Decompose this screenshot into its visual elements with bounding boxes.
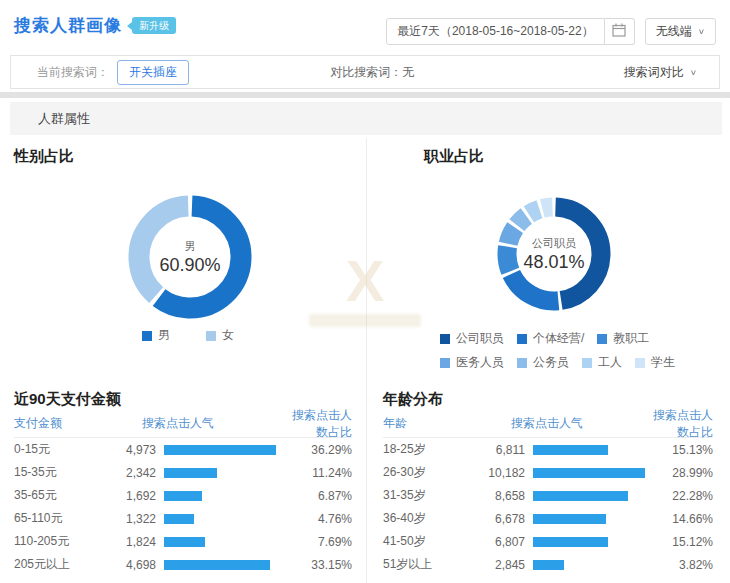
- channel-label: 无线端: [656, 23, 692, 40]
- watermark-x-glyph: X: [300, 252, 430, 310]
- row-value: 8,658: [475, 489, 525, 503]
- section-header: 人群属性: [10, 102, 722, 135]
- bar-track: [156, 560, 288, 570]
- bar-track: [156, 514, 288, 524]
- gender-donut-chart[interactable]: 男 60.90%: [115, 182, 265, 332]
- bar-track: [525, 514, 649, 524]
- separator-band: [0, 92, 730, 98]
- table-row: 26-30岁10,18228.99%: [383, 461, 713, 484]
- section-title: 人群属性: [10, 110, 90, 128]
- row-percent: 15.12%: [649, 535, 713, 549]
- payment-table-title: 近90天支付金额: [14, 390, 121, 409]
- bar-track: [156, 537, 288, 547]
- row-percent: 7.69%: [288, 535, 352, 549]
- calendar-button[interactable]: [605, 18, 635, 45]
- legend-swatch: [142, 331, 152, 341]
- occupation-legend: 公司职员个体经营/教职工医务人员公务员工人学生: [440, 330, 730, 378]
- legend-item-学生[interactable]: 学生: [635, 354, 675, 371]
- legend-item-公司职员[interactable]: 公司职员: [440, 330, 504, 347]
- occupation-donut-chart[interactable]: 公司职员 48.01%: [484, 184, 624, 324]
- row-label: 15-35元: [14, 464, 106, 481]
- value-bar: [164, 491, 202, 501]
- legend-item-个体经营/[interactable]: 个体经营/: [517, 330, 584, 347]
- current-keyword-button[interactable]: 开关插座: [117, 60, 189, 85]
- column-header: 年龄: [383, 415, 475, 432]
- legend-label: 医务人员: [456, 354, 504, 371]
- legend-label: 男: [158, 327, 170, 344]
- legend-item-公务员[interactable]: 公务员: [517, 354, 569, 371]
- table-row: 35-65元1,6926.87%: [14, 484, 352, 507]
- value-bar: [533, 491, 628, 501]
- table-row: 65-110元1,3224.76%: [14, 507, 352, 530]
- date-range-selector[interactable]: 最近7天（2018-05-16~2018-05-22）: [386, 18, 604, 45]
- row-percent: 11.24%: [288, 466, 352, 480]
- legend-item-医务人员[interactable]: 医务人员: [440, 354, 504, 371]
- row-percent: 4.76%: [288, 512, 352, 526]
- legend-label: 公务员: [533, 354, 569, 371]
- value-bar: [164, 537, 205, 547]
- legend-swatch: [635, 358, 645, 368]
- gender-chart-title: 性别占比: [14, 147, 74, 166]
- bar-track: [525, 468, 649, 478]
- page-title: 搜索人群画像: [14, 14, 122, 37]
- row-percent: 22.28%: [649, 489, 713, 503]
- legend-swatch: [206, 331, 216, 341]
- legend-label: 公司职员: [456, 330, 504, 347]
- row-value: 2,342: [106, 466, 156, 480]
- legend-swatch: [517, 358, 527, 368]
- row-value: 6,811: [475, 443, 525, 457]
- row-value: 2,845: [475, 558, 525, 572]
- new-version-badge: 新升级: [132, 17, 176, 34]
- column-header: 搜索点击人气: [475, 415, 643, 432]
- watermark-text-blur: [309, 314, 421, 327]
- bar-track: [525, 491, 649, 501]
- row-label: 0-15元: [14, 441, 106, 458]
- legend-item-工人[interactable]: 工人: [582, 354, 622, 371]
- table-row: 31-35岁8,65822.28%: [383, 484, 713, 507]
- row-value: 6,807: [475, 535, 525, 549]
- legend-swatch: [517, 334, 527, 344]
- table-header-row: 年龄搜索点击人气搜索点击人数占比: [383, 414, 713, 438]
- value-bar: [533, 445, 608, 455]
- gender-legend: 男女: [142, 327, 302, 344]
- legend-item-女[interactable]: 女: [206, 327, 234, 344]
- column-header: 支付金额: [14, 415, 106, 432]
- page-header: 搜索人群画像 新升级: [14, 14, 176, 37]
- table-row: 41-50岁6,80715.12%: [383, 530, 713, 553]
- legend-label: 教职工: [613, 330, 649, 347]
- table-row: 15-35元2,34211.24%: [14, 461, 352, 484]
- row-label: 51岁以上: [383, 556, 475, 573]
- row-value: 6,678: [475, 512, 525, 526]
- table-header-row: 支付金额搜索点击人气搜索点击人数占比: [14, 414, 352, 438]
- age-table: 年龄搜索点击人气搜索点击人数占比18-25岁6,81115.13%26-30岁1…: [383, 414, 713, 576]
- legend-swatch: [440, 334, 450, 344]
- row-label: 65-110元: [14, 510, 106, 527]
- row-label: 41-50岁: [383, 533, 475, 550]
- legend-label: 女: [222, 327, 234, 344]
- bar-track: [525, 560, 649, 570]
- current-keyword-label: 当前搜索词：: [37, 64, 109, 81]
- legend-label: 学生: [651, 354, 675, 371]
- row-value: 4,698: [106, 558, 156, 572]
- row-value: 4,973: [106, 443, 156, 457]
- table-row: 36-40岁6,67814.66%: [383, 507, 713, 530]
- value-bar: [164, 560, 270, 570]
- column-header: 搜索点击人气: [106, 415, 282, 432]
- row-label: 18-25岁: [383, 441, 475, 458]
- legend-item-教职工[interactable]: 教职工: [597, 330, 649, 347]
- row-label: 31-35岁: [383, 487, 475, 504]
- table-row: 51岁以上2,8453.82%: [383, 553, 713, 576]
- top-controls: 最近7天（2018-05-16~2018-05-22） 无线端 ∨: [386, 18, 716, 45]
- keyword-compare-dropdown[interactable]: 搜索词对比 ∨: [624, 64, 719, 81]
- legend-swatch: [440, 358, 450, 368]
- value-bar: [164, 514, 194, 524]
- row-value: 1,692: [106, 489, 156, 503]
- row-percent: 6.87%: [288, 489, 352, 503]
- channel-dropdown[interactable]: 无线端 ∨: [645, 18, 716, 45]
- row-label: 35-65元: [14, 487, 106, 504]
- legend-item-男[interactable]: 男: [142, 327, 170, 344]
- row-label: 110-205元: [14, 533, 106, 550]
- row-percent: 36.29%: [288, 443, 352, 457]
- row-percent: 14.66%: [649, 512, 713, 526]
- filter-bar: 当前搜索词： 开关插座 对比搜索词：无 搜索词对比 ∨: [10, 55, 720, 89]
